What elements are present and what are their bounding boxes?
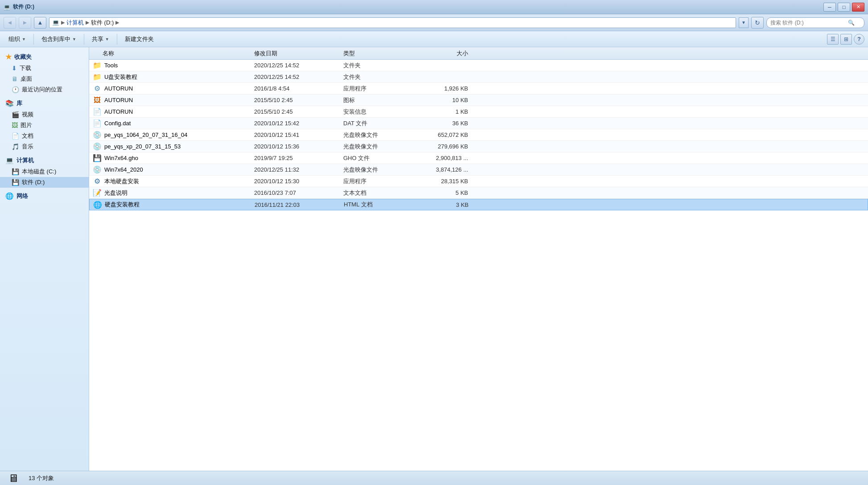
- file-size-cell: 10 KB: [415, 97, 477, 103]
- title-bar-left: 💻 软件 (D:): [4, 3, 34, 11]
- sidebar-header-favorites[interactable]: ★ 收藏夹: [0, 51, 89, 63]
- sidebar-item-software-d[interactable]: 💾 软件 (D:): [0, 177, 89, 188]
- file-size-cell: 36 KB: [415, 120, 477, 127]
- file-icon: 💿: [93, 142, 102, 151]
- file-name-cell: 📄 AUTORUN: [89, 107, 254, 116]
- up-button[interactable]: ▲: [34, 17, 46, 29]
- sidebar-item-local-c[interactable]: 💾 本地磁盘 (C:): [0, 166, 89, 177]
- file-name-label: AUTORUN: [104, 108, 133, 115]
- file-name-cell: 🖼 AUTORUN: [89, 96, 254, 105]
- table-row[interactable]: ⚙ AUTORUN 2016/1/8 4:54 应用程序 1,926 KB: [89, 83, 868, 95]
- file-size-cell: 28,315 KB: [415, 178, 477, 185]
- file-date-cell: 2020/12/25 11:32: [254, 166, 343, 173]
- title-bar-title: 软件 (D:): [13, 3, 34, 11]
- file-name-label: Tools: [104, 62, 118, 69]
- desktop-icon: 🖥: [12, 75, 18, 82]
- col-name-header[interactable]: 名称: [89, 49, 254, 58]
- file-date-cell: 2016/11/21 22:03: [255, 201, 344, 208]
- table-row[interactable]: 💾 Win7x64.gho 2019/9/7 19:25 GHO 文件 2,90…: [89, 152, 868, 164]
- file-name-cell: 🌐 硬盘安装教程: [90, 200, 255, 209]
- file-size-cell: 5 KB: [415, 189, 477, 196]
- path-computer[interactable]: 计算机: [66, 19, 84, 27]
- file-date-cell: 2016/10/23 7:07: [254, 189, 343, 196]
- file-icon: 📝: [93, 189, 102, 197]
- sidebar-item-music[interactable]: 🎵 音乐: [0, 141, 89, 152]
- download-icon: ⬇: [12, 65, 17, 72]
- file-size-cell: 3,874,126 ...: [415, 166, 477, 173]
- sidebar-section-library: 📚 库 🎬 视频 🖼 图片 📄 文档 🎵 音乐: [0, 98, 89, 152]
- path-drive: 软件 (D:): [91, 19, 114, 27]
- table-row[interactable]: 📄 Config.dat 2020/10/12 15:42 DAT 文件 36 …: [89, 118, 868, 129]
- table-row[interactable]: 💿 Win7x64_2020 2020/12/25 11:32 光盘映像文件 3…: [89, 164, 868, 176]
- table-row[interactable]: 💿 pe_yqs_1064_20_07_31_16_04 2020/10/12 …: [89, 129, 868, 141]
- table-row[interactable]: 🖼 AUTORUN 2015/5/10 2:45 图标 10 KB: [89, 95, 868, 106]
- include-in-library-button[interactable]: 包含到库中 ▼: [37, 33, 81, 45]
- search-box[interactable]: 🔍: [766, 17, 864, 28]
- sidebar-item-recent[interactable]: 🕐 最近访问的位置: [0, 84, 89, 95]
- drive-d-icon: 💾: [12, 179, 19, 186]
- file-icon: 💾: [93, 154, 102, 163]
- organize-button[interactable]: 组织 ▼: [4, 33, 31, 45]
- sidebar-item-doc[interactable]: 📄 文档: [0, 131, 89, 141]
- file-name-label: Win7x64.gho: [104, 155, 138, 161]
- file-list: 📁 Tools 2020/12/25 14:52 文件夹 📁 U盘安装教程 20…: [89, 60, 868, 471]
- file-type-cell: HTML 文档: [344, 201, 415, 209]
- file-size-cell: 2,900,813 ...: [415, 155, 477, 161]
- library-icon: 📚: [5, 99, 14, 107]
- status-bar: 🖥 13 个对象: [0, 471, 868, 485]
- sidebar-item-image[interactable]: 🖼 图片: [0, 120, 89, 131]
- file-type-cell: 光盘映像文件: [343, 131, 415, 139]
- table-row[interactable]: 🌐 硬盘安装教程 2016/11/21 22:03 HTML 文档 3 KB: [89, 199, 868, 210]
- table-row[interactable]: 📁 U盘安装教程 2020/12/25 14:52 文件夹: [89, 71, 868, 83]
- sidebar-header-computer[interactable]: 💻 计算机: [0, 155, 89, 166]
- table-row[interactable]: 💿 pe_yqs_xp_20_07_31_15_53 2020/10/12 15…: [89, 141, 868, 152]
- column-header: 名称 修改日期 类型 大小: [89, 47, 868, 60]
- file-type-cell: 文件夹: [343, 62, 415, 70]
- drive-c-icon: 💾: [12, 168, 19, 175]
- file-date-cell: 2020/10/12 15:36: [254, 143, 343, 150]
- file-name-label: Config.dat: [104, 120, 131, 127]
- file-name-label: U盘安装教程: [104, 73, 137, 81]
- minimize-button[interactable]: ─: [823, 3, 836, 12]
- table-row[interactable]: 📁 Tools 2020/12/25 14:52 文件夹: [89, 60, 868, 71]
- back-button[interactable]: ◄: [4, 17, 16, 29]
- file-icon: 📄: [93, 107, 102, 116]
- file-type-cell: DAT 文件: [343, 119, 415, 127]
- recent-icon: 🕐: [12, 86, 19, 93]
- table-row[interactable]: 📝 光盘说明 2016/10/23 7:07 文本文档 5 KB: [89, 187, 868, 199]
- toolbar: 组织 ▼ 包含到库中 ▼ 共享 ▼ 新建文件夹 ☰ ⊞ ?: [0, 31, 868, 47]
- toolbar-sep-3: [117, 34, 117, 45]
- file-icon: ⚙: [93, 84, 102, 93]
- help-button[interactable]: ?: [854, 34, 864, 45]
- forward-button[interactable]: ►: [19, 17, 31, 29]
- doc-icon: 📄: [12, 132, 19, 140]
- sidebar-item-desktop[interactable]: 🖥 桌面: [0, 74, 89, 84]
- maximize-button[interactable]: □: [838, 3, 850, 12]
- col-type-header[interactable]: 类型: [343, 49, 415, 58]
- address-path[interactable]: 💻 ▶ 计算机 ▶ 软件 (D:) ▶: [49, 17, 736, 28]
- file-date-cell: 2019/9/7 19:25: [254, 155, 343, 161]
- new-folder-button[interactable]: 新建文件夹: [120, 33, 159, 45]
- sidebar-item-download[interactable]: ⬇ 下载: [0, 63, 89, 74]
- table-row[interactable]: ⚙ 本地硬盘安装 2020/10/12 15:30 应用程序 28,315 KB: [89, 176, 868, 187]
- col-date-header[interactable]: 修改日期: [254, 49, 343, 58]
- close-button[interactable]: ✕: [852, 3, 864, 12]
- refresh-button[interactable]: ↻: [751, 17, 764, 29]
- share-button[interactable]: 共享 ▼: [87, 33, 114, 45]
- col-size-header[interactable]: 大小: [415, 49, 477, 58]
- sidebar-header-library[interactable]: 📚 库: [0, 98, 89, 109]
- sidebar-item-video[interactable]: 🎬 视频: [0, 109, 89, 120]
- address-bar: ◄ ► ▲ 💻 ▶ 计算机 ▶ 软件 (D:) ▶ ▼ ↻ 🔍: [0, 14, 868, 31]
- sidebar-section-favorites: ★ 收藏夹 ⬇ 下载 🖥 桌面 🕐 最近访问的位置: [0, 51, 89, 95]
- address-dropdown[interactable]: ▼: [739, 17, 749, 28]
- file-icon: 📁: [93, 73, 102, 82]
- toolbar-sep-1: [33, 34, 34, 45]
- file-name-cell: 📄 Config.dat: [89, 119, 254, 128]
- view-button[interactable]: ☰: [827, 34, 839, 45]
- search-input[interactable]: [770, 20, 846, 26]
- table-row[interactable]: 📄 AUTORUN 2015/5/10 2:45 安装信息 1 KB: [89, 106, 868, 118]
- file-type-cell: 光盘映像文件: [343, 143, 415, 151]
- sidebar-header-network[interactable]: 🌐 网络: [0, 190, 89, 202]
- view-large-button[interactable]: ⊞: [840, 34, 852, 45]
- file-type-cell: 文本文档: [343, 189, 415, 197]
